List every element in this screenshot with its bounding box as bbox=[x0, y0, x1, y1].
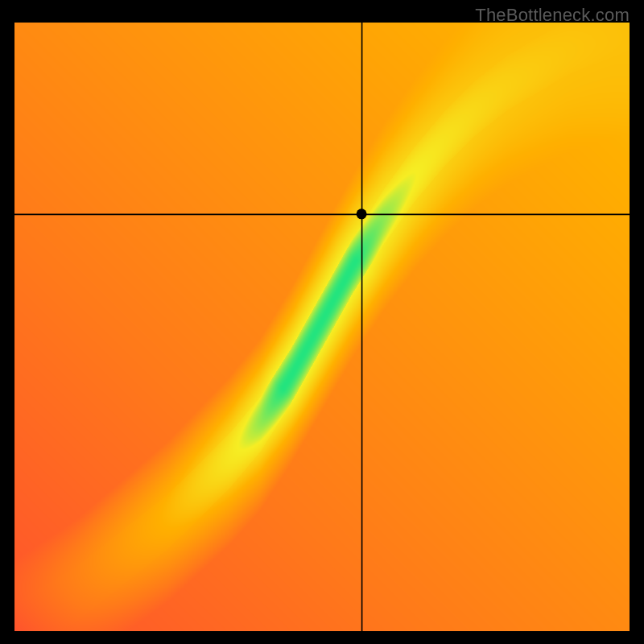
root-container: { "watermark": "TheBottleneck.com", "can… bbox=[0, 0, 644, 644]
heatmap-canvas bbox=[14, 23, 630, 631]
watermark-text: TheBottleneck.com bbox=[475, 5, 630, 26]
